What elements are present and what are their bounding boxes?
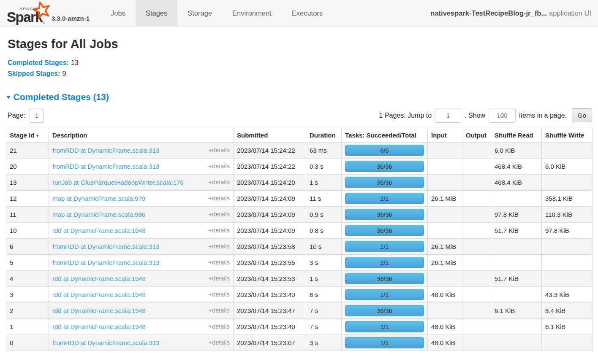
details-toggle[interactable]: +details — [209, 275, 230, 282]
go-button[interactable]: Go — [572, 108, 592, 122]
stage-detail-link[interactable]: fromRDD at DynamicFrame.scala:313 — [52, 243, 159, 250]
stage-id-cell: 1 — [6, 319, 49, 335]
details-toggle[interactable]: +details — [209, 307, 230, 314]
shuffle-write-cell — [542, 255, 593, 271]
table-row: 11+detailsmap at DynamicFrame.scala:9862… — [6, 207, 593, 223]
details-toggle[interactable]: +details — [209, 227, 230, 234]
shuffle-write-cell: 8.4 KiB — [542, 303, 593, 319]
duration-cell: 7 s — [306, 319, 342, 335]
column-header-description[interactable]: Description — [49, 128, 234, 143]
stage-detail-link[interactable]: map at DynamicFrame.scala:979 — [52, 195, 145, 202]
description-cell: +detailsmap at DynamicFrame.scala:986 — [49, 207, 234, 223]
tab-environment[interactable]: Environment — [222, 0, 282, 26]
column-header-shuffle-write[interactable]: Shuffle Write — [542, 128, 593, 143]
details-toggle[interactable]: +details — [209, 195, 230, 202]
stage-detail-link[interactable]: rdd at DynamicFrame.scala:1948 — [52, 227, 146, 234]
column-header-stage-id[interactable]: Stage Id▾ — [6, 128, 49, 143]
section-title: Completed Stages (13) — [14, 92, 109, 102]
stage-detail-link[interactable]: fromRDD at DynamicFrame.scala:313 — [52, 259, 159, 266]
page-label: Page: — [8, 112, 25, 119]
stage-detail-link[interactable]: map at DynamicFrame.scala:986 — [52, 211, 145, 218]
details-toggle[interactable]: +details — [209, 323, 230, 330]
output-cell — [462, 223, 491, 239]
table-row: 0+detailsfromRDD at DynamicFrame.scala:3… — [6, 335, 593, 351]
stage-detail-link[interactable]: rdd at DynamicFrame.scala:1948 — [52, 291, 146, 298]
input-cell — [428, 143, 462, 159]
shuffle-write-cell: 6.0 KiB — [542, 159, 593, 175]
details-toggle[interactable]: +details — [209, 211, 230, 218]
description-cell: +detailsrdd at DynamicFrame.scala:1948 — [49, 287, 234, 303]
table-row: 4+detailsrdd at DynamicFrame.scala:19482… — [6, 271, 593, 287]
submitted-cell: 2023/07/14 15:23:40 — [234, 287, 306, 303]
stage-detail-link[interactable]: rdd at DynamicFrame.scala:1948 — [52, 323, 146, 330]
output-cell — [462, 143, 491, 159]
caret-down-icon: ▾ — [7, 93, 10, 100]
description-cell: +detailsfromRDD at DynamicFrame.scala:31… — [49, 335, 234, 351]
stage-detail-link[interactable]: fromRDD at DynamicFrame.scala:313 — [52, 163, 159, 170]
stage-detail-link[interactable]: runJob at GlueParquetHadoopWriter.scala:… — [52, 179, 184, 186]
stage-detail-link[interactable]: fromRDD at DynamicFrame.scala:313 — [52, 339, 159, 346]
stage-id-cell: 11 — [6, 207, 49, 223]
duration-cell: 63 ms — [306, 143, 342, 159]
details-toggle[interactable]: +details — [209, 291, 230, 298]
show-text: . Show — [465, 112, 485, 119]
page-number-input[interactable] — [30, 108, 44, 123]
details-toggle[interactable]: +details — [209, 243, 230, 250]
description-cell: +detailsfromRDD at DynamicFrame.scala:31… — [49, 159, 234, 175]
spark-logo[interactable]: APACHE Spark ™ — [7, 4, 47, 26]
tasks-cell: 36/36 — [342, 159, 428, 175]
column-header-input[interactable]: Input — [428, 128, 462, 143]
shuffle-write-cell — [542, 271, 593, 287]
column-header-duration[interactable]: Duration — [306, 128, 342, 143]
table-row: 12+detailsmap at DynamicFrame.scala:9792… — [6, 191, 593, 207]
details-toggle[interactable]: +details — [209, 163, 230, 170]
column-header-shuffle-read[interactable]: Shuffle Read — [491, 128, 542, 143]
tasks-progress-bar: 36/36 — [345, 305, 424, 316]
column-header-tasks[interactable]: Tasks: Succeeded/Total — [342, 128, 428, 143]
details-toggle[interactable]: +details — [209, 259, 230, 266]
shuffle-write-cell: 358.1 KiB — [542, 191, 593, 207]
duration-cell: 0.9 s — [306, 207, 342, 223]
shuffle-read-cell — [491, 319, 542, 335]
column-header-output[interactable]: Output — [462, 128, 491, 143]
duration-cell: 10 s — [306, 239, 342, 255]
stages-table: Stage Id▾ Description Submitted Duration… — [6, 128, 593, 351]
column-header-submitted[interactable]: Submitted — [234, 128, 306, 143]
shuffle-write-cell — [542, 239, 593, 255]
input-cell: 48.0 KiB — [428, 319, 462, 335]
tab-stages[interactable]: Stages — [136, 0, 177, 26]
description-cell: +detailsfromRDD at DynamicFrame.scala:31… — [49, 143, 234, 159]
shuffle-read-cell: 468.4 KiB — [491, 159, 542, 175]
tab-executors[interactable]: Executors — [282, 0, 333, 26]
tab-jobs[interactable]: Jobs — [101, 0, 136, 26]
details-toggle[interactable]: +details — [209, 339, 230, 346]
stage-id-cell: 20 — [6, 159, 49, 175]
submitted-cell: 2023/07/14 15:23:47 — [234, 303, 306, 319]
description-cell: +detailsrunJob at GlueParquetHadoopWrite… — [49, 175, 234, 191]
skipped-stages-label: Skipped Stages: — [8, 70, 60, 77]
description-cell: +detailsrdd at DynamicFrame.scala:1948 — [49, 223, 234, 239]
duration-cell: 8 s — [306, 287, 342, 303]
stage-id-cell: 3 — [6, 287, 49, 303]
tab-storage[interactable]: Storage — [177, 0, 222, 26]
stage-detail-link[interactable]: rdd at DynamicFrame.scala:1948 — [52, 307, 146, 314]
items-per-page-input[interactable] — [489, 108, 516, 123]
details-toggle[interactable]: +details — [209, 179, 230, 186]
completed-stages-label: Completed Stages: — [8, 59, 69, 66]
tasks-progress-bar: 36/36 — [345, 161, 424, 172]
output-cell — [462, 255, 491, 271]
tasks-cell: 1/1 — [342, 335, 428, 351]
completed-stages-section-toggle[interactable]: ▾Completed Stages (13) — [7, 92, 592, 102]
navbar: APACHE Spark ™ 3.3.0-amzn-1 Jobs Stages … — [0, 0, 598, 27]
submitted-cell: 2023/07/14 15:23:40 — [234, 319, 306, 335]
output-cell — [462, 303, 491, 319]
details-toggle[interactable]: +details — [209, 147, 230, 154]
stage-detail-link[interactable]: rdd at DynamicFrame.scala:1948 — [52, 275, 146, 282]
jump-to-page-input[interactable] — [435, 108, 461, 123]
tasks-cell: 1/1 — [342, 287, 428, 303]
stage-id-cell: 5 — [6, 255, 49, 271]
tasks-cell: 1/1 — [342, 255, 428, 271]
input-cell — [428, 175, 462, 191]
stage-detail-link[interactable]: fromRDD at DynamicFrame.scala:313 — [52, 147, 159, 154]
stages-table-body: 21+detailsfromRDD at DynamicFrame.scala:… — [6, 143, 593, 351]
